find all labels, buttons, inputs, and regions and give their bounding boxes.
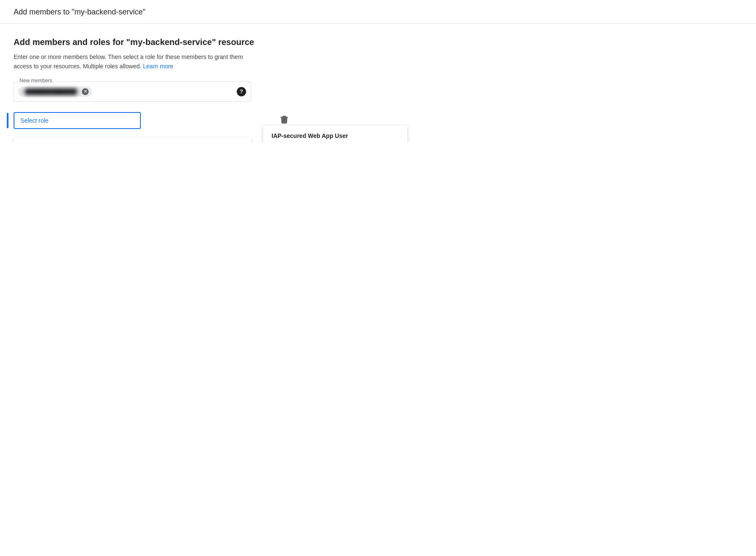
page-title: Add members to "my-backend-service" <box>14 8 146 16</box>
active-indicator <box>7 113 8 128</box>
description-text: Enter one or more members below. Then se… <box>14 52 260 71</box>
tooltip-description: Access HTTPS resources which use Identit… <box>272 142 399 143</box>
chip-close-button[interactable]: ✕ <box>82 88 89 95</box>
members-input-box[interactable]: a█████████████n ✕ <box>14 81 251 102</box>
delete-role-button[interactable] <box>277 112 292 127</box>
role-selector-area: Select role ≡ Project Cloud IAP Custom I… <box>14 112 141 129</box>
filter-row: ≡ <box>14 138 251 143</box>
member-chip: a█████████████n ✕ <box>18 87 92 97</box>
select-role-button[interactable]: Select role <box>14 112 141 129</box>
role-tooltip: IAP-secured Web App User Access HTTPS re… <box>263 126 407 143</box>
role-dropdown: ≡ Project Cloud IAP Custom IAM Other <box>14 138 251 143</box>
main-content: Add members and roles for "my-backend-se… <box>0 24 756 143</box>
section-heading: Add members and roles for "my-backend-se… <box>14 37 742 47</box>
tooltip-title: IAP-secured Web App User <box>272 132 399 139</box>
chip-text: a█████████████n <box>22 88 79 95</box>
members-label: New members <box>18 78 54 84</box>
help-icon[interactable]: ? <box>237 87 246 96</box>
page-title-bar: Add members to "my-backend-service" <box>0 0 756 24</box>
members-field-wrapper: New members a█████████████n ✕ ? <box>14 81 251 102</box>
learn-more-link[interactable]: Learn more <box>143 63 174 70</box>
